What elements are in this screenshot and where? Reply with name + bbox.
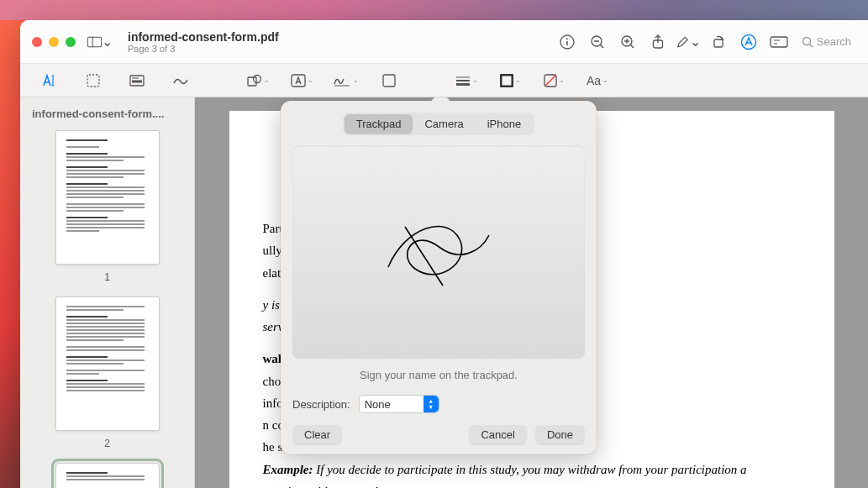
search-field[interactable]: Search xyxy=(797,35,856,48)
sidebar-doc-label: informed-consent-form.... xyxy=(29,108,186,120)
search-placeholder: Search xyxy=(817,35,851,48)
chevron-down-icon: ⌄ xyxy=(515,76,521,84)
svg-point-19 xyxy=(802,37,810,45)
svg-rect-0 xyxy=(87,37,101,47)
thumbnail-number: 1 xyxy=(104,271,110,283)
sign-tool[interactable]: ⌄ xyxy=(331,69,360,92)
body-text: any time without penalty. xyxy=(263,485,390,488)
share-button[interactable] xyxy=(645,29,671,55)
done-button[interactable]: Done xyxy=(535,425,585,444)
redact-tool[interactable] xyxy=(123,69,151,92)
preview-window: ⌄ informed-consent-form.pdf Page 3 of 3 xyxy=(20,20,868,488)
signature-canvas[interactable] xyxy=(292,145,585,359)
text-select-tool[interactable] xyxy=(35,69,64,92)
markup-toolbar: ⌄ ⌄ ⌄ ⌄ ⌄ ⌄ xyxy=(20,64,868,97)
thumbnail-number: 2 xyxy=(104,438,110,449)
fill-color-tool[interactable]: ⌄ xyxy=(539,69,568,92)
description-label: Description: xyxy=(292,398,350,411)
window-controls xyxy=(32,37,76,47)
chevron-down-icon: ⌄ xyxy=(353,76,359,84)
form-fields-button[interactable] xyxy=(766,29,792,55)
svg-rect-24 xyxy=(87,75,99,87)
sidebar-toggle-button[interactable]: ⌄ xyxy=(87,29,113,55)
search-icon xyxy=(802,36,813,48)
body-text: If you decide to participate in this stu… xyxy=(313,463,747,476)
zoom-in-button[interactable] xyxy=(615,29,640,55)
note-tool[interactable] xyxy=(375,69,403,92)
svg-rect-27 xyxy=(132,80,142,82)
font-tool[interactable]: Aa ⌄ xyxy=(583,69,612,92)
document-title: informed-consent-form.pdf xyxy=(128,30,279,44)
chevron-down-icon: ⌄ xyxy=(308,76,313,84)
signature-hint: Sign your name on the trackpad. xyxy=(292,369,585,381)
chevron-down-icon: ⌄ xyxy=(602,76,608,84)
minimize-button[interactable] xyxy=(49,37,59,47)
chevron-down-icon: ⌄ xyxy=(559,76,565,84)
signature-drawing xyxy=(363,202,514,302)
svg-rect-16 xyxy=(771,37,787,47)
svg-rect-14 xyxy=(714,39,723,47)
chevron-down-icon: ⌄ xyxy=(102,34,113,50)
svg-rect-32 xyxy=(383,75,395,87)
svg-line-9 xyxy=(630,45,634,48)
tab-camera[interactable]: Camera xyxy=(413,114,475,134)
thumbnail-item[interactable]: 2 xyxy=(29,296,186,449)
border-style-tool[interactable]: ⌄ xyxy=(452,69,481,92)
chevron-down-icon: ⌄ xyxy=(264,76,270,84)
rotate-button[interactable] xyxy=(706,29,731,55)
thumbnail-item[interactable]: 1 xyxy=(29,130,186,283)
cancel-button[interactable]: Cancel xyxy=(469,425,526,444)
markup-pen-button[interactable]: ⌄ xyxy=(676,29,701,55)
zoom-button[interactable] xyxy=(66,37,76,47)
svg-point-3 xyxy=(566,38,568,39)
content-area: informed-consent-form.... 1 xyxy=(20,97,868,488)
text-tool[interactable]: ⌄ xyxy=(287,69,316,92)
chevron-down-icon: ⌄ xyxy=(472,76,478,84)
select-arrows-icon: ▲▼ xyxy=(423,396,439,412)
close-button[interactable] xyxy=(32,37,42,47)
rect-select-tool[interactable] xyxy=(79,69,108,92)
document-title-area: informed-consent-form.pdf Page 3 of 3 xyxy=(128,30,279,54)
thumbnail-item[interactable] xyxy=(29,463,186,488)
svg-line-20 xyxy=(809,44,813,47)
tab-iphone[interactable]: iPhone xyxy=(476,114,533,134)
signature-source-tabs: Trackpad Camera iPhone xyxy=(292,113,585,135)
markup-toolbar-button[interactable] xyxy=(736,29,761,55)
thumbnail-sidebar: informed-consent-form.... 1 xyxy=(20,97,195,488)
description-select[interactable]: None ▲▼ xyxy=(359,395,439,413)
chevron-down-icon: ⌄ xyxy=(690,34,701,50)
zoom-out-button[interactable] xyxy=(585,29,610,55)
svg-line-38 xyxy=(545,76,555,86)
example-label: Example: xyxy=(263,463,313,476)
clear-button[interactable]: Clear xyxy=(292,425,342,444)
description-value: None xyxy=(365,398,391,411)
info-button[interactable] xyxy=(555,29,580,55)
titlebar: ⌄ informed-consent-form.pdf Page 3 of 3 xyxy=(20,20,868,64)
page-indicator: Page 3 of 3 xyxy=(128,44,279,54)
signature-popover: Trackpad Camera iPhone Sign your name on… xyxy=(281,101,597,454)
sketch-tool[interactable] xyxy=(166,69,195,92)
svg-line-6 xyxy=(600,45,603,48)
macos-menubar xyxy=(0,0,868,20)
shapes-tool[interactable]: ⌄ xyxy=(244,69,272,92)
svg-rect-36 xyxy=(501,75,513,87)
tab-trackpad[interactable]: Trackpad xyxy=(345,114,413,134)
border-color-tool[interactable]: ⌄ xyxy=(496,69,524,92)
page-viewport[interactable]: Participants need to be made aware that … xyxy=(195,97,868,488)
svg-point-29 xyxy=(253,75,260,82)
